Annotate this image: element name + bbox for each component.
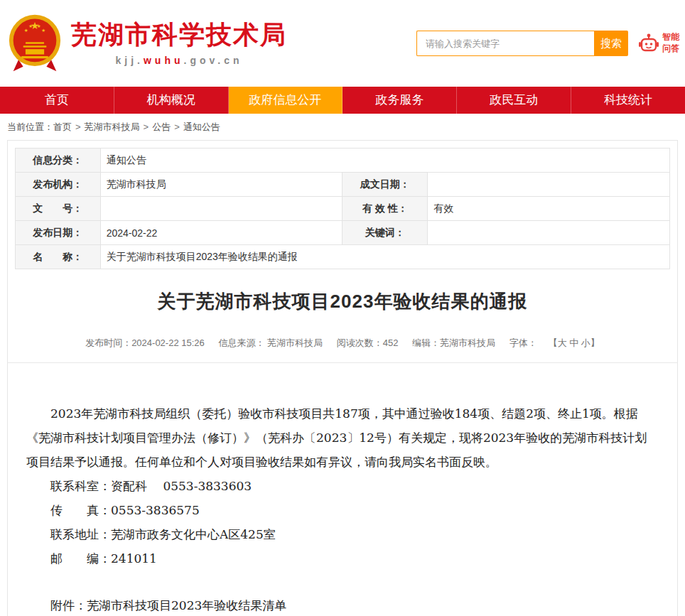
info-value-name: 关于芜湖市科技项目2023年验收结果的通报 [100, 245, 669, 269]
search-box: 搜索 [416, 31, 628, 56]
breadcrumb-separator: > [174, 121, 180, 132]
svg-text:★: ★ [41, 28, 45, 33]
nav-item-statistics[interactable]: 科技统计 [571, 87, 685, 114]
breadcrumb-bureau[interactable]: 芜湖市科技局 [85, 121, 140, 132]
site-url-suffix: .gov.cn [184, 55, 243, 66]
breadcrumb: 当前位置：首页>芜湖市科技局>公告>通知公告 [0, 114, 685, 140]
contact-postcode: 邮 编：241011 [26, 546, 659, 571]
site-title: 芜湖市科学技术局 [71, 21, 287, 49]
info-label-publish-date: 发布日期： [16, 221, 101, 245]
meta-views: 阅读次数：452 [337, 337, 399, 348]
search-button[interactable]: 搜索 [594, 31, 628, 56]
site-header: ★ ★ ★ ★ ★ 芜湖市科学技术局 kjj.wuhu.gov.cn 搜索 [0, 0, 685, 87]
svg-text:★: ★ [28, 23, 33, 28]
title-block: 芜湖市科学技术局 kjj.wuhu.gov.cn [71, 21, 287, 66]
attachment-link[interactable]: 附件：芜湖市科技项目2023年验收结果清单 [26, 593, 659, 616]
info-value-category: 通知公告 [100, 148, 669, 173]
table-row: 文 号： 有 效 性： 有效 [16, 197, 670, 221]
breadcrumb-notice[interactable]: 公告 [152, 121, 171, 132]
article-body: 2023年芜湖市科技局组织（委托）验收市科技项目共187项，其中通过验收184项… [8, 401, 677, 616]
main-nav: 首页 机构概况 政府信息公开 政务服务 政民互动 科技统计 [0, 87, 685, 114]
site-url-highlight: wuhu [144, 55, 184, 66]
site-url-prefix: kjj. [116, 55, 144, 66]
table-row: 发布机构： 芜湖市科技局 成文日期： [16, 173, 670, 197]
meta-font-label: 字体： [509, 337, 537, 348]
article-paragraph: 2023年芜湖市科技局组织（委托）验收市科技项目共187项，其中通过验收184项… [26, 401, 659, 474]
nav-item-interaction[interactable]: 政民互动 [457, 87, 571, 114]
info-value-doc-number [100, 197, 342, 221]
robot-icon [638, 33, 659, 54]
logo-area: ★ ★ ★ ★ ★ 芜湖市科学技术局 kjj.wuhu.gov.cn [6, 11, 287, 76]
info-value-written-date [428, 173, 670, 197]
contact-department: 联系科室：资配科 0553-3833603 [26, 474, 659, 498]
smart-qa-line1: 智能 [662, 32, 679, 43]
info-label-written-date: 成文日期： [342, 173, 428, 197]
svg-text:★: ★ [37, 23, 41, 28]
info-label-publisher: 发布机构： [16, 173, 101, 197]
info-label-name: 名 称： [16, 245, 101, 269]
info-label-category: 信息分类： [16, 148, 101, 173]
breadcrumb-home[interactable]: 首页 [53, 121, 72, 132]
table-row: 发布日期： 2024-02-22 关键词： [16, 221, 670, 245]
search-input[interactable] [416, 31, 594, 56]
info-label-doc-number: 文 号： [16, 197, 101, 221]
site-url: kjj.wuhu.gov.cn [71, 55, 287, 66]
meta-source: 信息来源： 芜湖市科技局 [218, 337, 323, 348]
info-label-validity: 有 效 性： [342, 197, 428, 221]
nav-item-services[interactable]: 政务服务 [342, 87, 457, 114]
font-size-options[interactable]: 【大 中 小】 [549, 337, 600, 348]
breadcrumb-separator: > [144, 121, 149, 132]
smart-qa-label: 智能 问答 [662, 32, 679, 54]
contact-fax: 传 真：0553-3836575 [26, 498, 659, 522]
contact-address: 联系地址：芜湖市政务文化中心A区425室 [26, 522, 659, 546]
info-value-keywords [428, 221, 670, 245]
national-emblem-icon: ★ ★ ★ ★ ★ [6, 11, 64, 76]
nav-item-home[interactable]: 首页 [0, 87, 114, 114]
meta-publish-time: 发布时间：2024-02-22 15:26 [85, 337, 205, 348]
svg-text:★: ★ [24, 28, 28, 33]
table-row: 信息分类： 通知公告 [16, 148, 670, 173]
breadcrumb-separator: > [75, 121, 81, 132]
info-value-validity: 有效 [428, 197, 670, 221]
header-right: 搜索 智能 问答 [416, 31, 679, 56]
smart-qa-button[interactable]: 智能 问答 [638, 32, 679, 54]
info-value-publish-date: 2024-02-22 [100, 221, 342, 245]
nav-item-overview[interactable]: 机构概况 [114, 87, 229, 114]
table-row: 名 称： 关于芜湖市科技项目2023年验收结果的通报 [16, 245, 670, 269]
meta-editor: 编辑：芜湖市科技局 [412, 337, 495, 348]
info-label-keywords: 关键词： [342, 221, 428, 245]
nav-item-gov-info[interactable]: 政府信息公开 [229, 87, 343, 114]
info-value-publisher: 芜湖市科技局 [100, 173, 342, 197]
article-meta: 发布时间：2024-02-22 15:26 信息来源： 芜湖市科技局 阅读次数：… [8, 337, 677, 363]
content-panel: 信息分类： 通知公告 发布机构： 芜湖市科技局 成文日期： 文 号： 有 效 性… [7, 140, 678, 616]
article-title: 关于芜湖市科技项目2023年验收结果的通报 [8, 289, 677, 314]
smart-qa-line2: 问答 [662, 43, 679, 55]
breadcrumb-prefix: 当前位置： [7, 121, 53, 132]
breadcrumb-announcement[interactable]: 通知公告 [183, 121, 220, 132]
document-info-table: 信息分类： 通知公告 发布机构： 芜湖市科技局 成文日期： 文 号： 有 效 性… [15, 148, 670, 269]
page: ★ ★ ★ ★ ★ 芜湖市科学技术局 kjj.wuhu.gov.cn 搜索 [0, 0, 685, 616]
